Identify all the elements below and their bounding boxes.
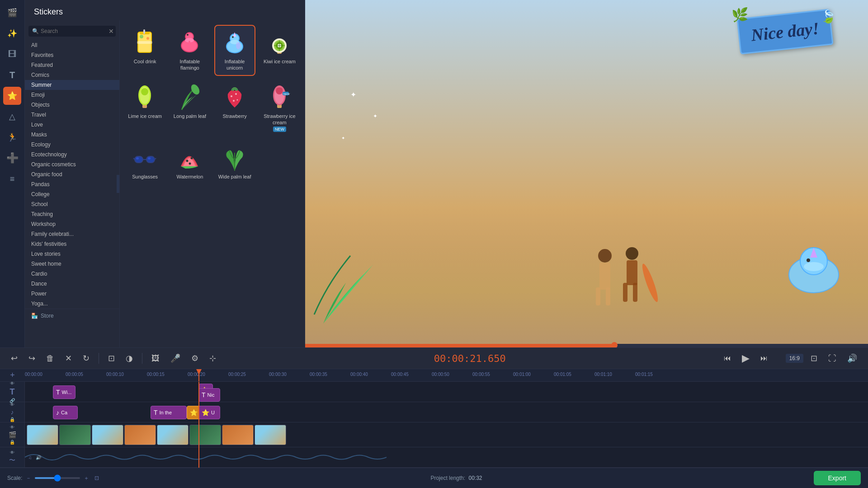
- clip-u-sticker[interactable]: ⭐ U: [198, 406, 220, 419]
- skip-back-button[interactable]: ⏮: [720, 352, 735, 364]
- scale-expand-icon[interactable]: ⊡: [94, 475, 99, 481]
- category-organic-food[interactable]: Organic food: [25, 169, 119, 179]
- video-thumb-1[interactable]: ★: [27, 425, 58, 445]
- category-masks[interactable]: Masks: [25, 130, 119, 140]
- sticker-strawberry[interactable]: Strawberry: [214, 80, 255, 137]
- video-thumb-5[interactable]: ★: [157, 425, 189, 445]
- eye-icon-video[interactable]: 👁: [10, 425, 14, 430]
- category-dance[interactable]: Dance: [25, 279, 119, 289]
- color-button[interactable]: ◑: [122, 352, 137, 365]
- sticker-wide-palm-leaf[interactable]: Wide palm leaf: [214, 140, 255, 184]
- progress-handle[interactable]: [611, 342, 618, 347]
- fullscreen-enter-button[interactable]: ⊡: [807, 352, 821, 365]
- category-sweet-home[interactable]: Sweet home: [25, 259, 119, 269]
- category-love-stories[interactable]: Love stories: [25, 249, 119, 259]
- crop-button[interactable]: ⊡: [104, 352, 118, 365]
- category-cardio[interactable]: Cardio: [25, 269, 119, 279]
- category-travel[interactable]: Travel: [25, 110, 119, 120]
- clip-in-the[interactable]: T In the: [151, 406, 187, 419]
- category-comics[interactable]: Comics: [25, 70, 119, 80]
- wave-track-icon: 〜: [9, 456, 15, 465]
- search-input[interactable]: [41, 28, 108, 34]
- category-objects[interactable]: Objects: [25, 100, 119, 110]
- category-organic-cosmetics[interactable]: Organic cosmetics: [25, 160, 119, 169]
- category-college[interactable]: College: [25, 189, 119, 199]
- video-thumb-7[interactable]: ★: [222, 425, 254, 445]
- volume-button[interactable]: 🔊: [844, 352, 861, 365]
- track-labels: 👁 T 🔗 👁 ♪ 🔒 👁 🎬 🔒 👁 〜: [0, 382, 25, 468]
- scale-plus-icon[interactable]: ＋: [84, 474, 89, 482]
- clip-win-text[interactable]: T Wi...: [53, 385, 75, 399]
- video-thumb-3[interactable]: ★: [92, 425, 123, 445]
- play-pause-button[interactable]: ▶: [738, 351, 753, 366]
- video-thumb-2[interactable]: ★: [59, 425, 91, 445]
- rotate-button[interactable]: ↻: [79, 352, 93, 365]
- cancel-button[interactable]: ✕: [61, 352, 75, 365]
- playhead[interactable]: [198, 369, 199, 381]
- search-bar[interactable]: 🔍 ✕: [28, 26, 116, 37]
- sticker-watermelon[interactable]: Watermelon: [169, 140, 210, 184]
- eye-icon-wave[interactable]: 👁: [10, 450, 14, 455]
- category-kids[interactable]: Kids' festivities: [25, 239, 119, 249]
- category-school[interactable]: School: [25, 199, 119, 209]
- toolbar-btn-effects[interactable]: ✨: [3, 24, 21, 42]
- sticker-long-palm-leaf[interactable]: Long palm leaf: [169, 80, 210, 137]
- category-ecotechnology[interactable]: Ecotechnology: [25, 150, 119, 160]
- sticker-inflatable-unicorn[interactable]: Inflatable unicorn: [214, 25, 255, 76]
- eye-icon-audio[interactable]: 👁: [10, 402, 14, 407]
- video-thumb-6[interactable]: ★: [189, 425, 221, 445]
- toolbar-btn-text[interactable]: T: [3, 66, 21, 84]
- video-thumb-4[interactable]: ★: [124, 425, 156, 445]
- clip-nic-text[interactable]: T Nic: [198, 388, 220, 402]
- category-all[interactable]: All: [25, 40, 119, 50]
- close-icon[interactable]: ✕: [108, 28, 114, 35]
- sticker-inflatable-flamingo[interactable]: Inflatable flamingo: [169, 25, 210, 76]
- toolbar-btn-audio[interactable]: ≡: [3, 170, 21, 188]
- settings-button[interactable]: ⚙: [188, 352, 202, 365]
- category-pandas[interactable]: Pandas: [25, 179, 119, 189]
- category-teaching[interactable]: Teaching: [25, 209, 119, 219]
- fullscreen-button[interactable]: ⛶: [825, 352, 840, 365]
- category-family[interactable]: Family celebrati...: [25, 229, 119, 239]
- toolbar-btn-shapes[interactable]: △: [3, 108, 21, 126]
- toolbar-btn-transitions[interactable]: 🏃: [3, 128, 21, 146]
- add-track-button[interactable]: +: [0, 371, 25, 380]
- toolbar-btn-timeline[interactable]: 🎞: [3, 45, 21, 63]
- redo-button[interactable]: ↪: [25, 352, 39, 365]
- category-emoji[interactable]: Emoji: [25, 90, 119, 100]
- timeline-ruler: + 00:00:00 00:00:05 00:00:10 00:00:15 00…: [0, 369, 868, 382]
- category-summer[interactable]: Summer: [25, 80, 119, 90]
- audio-record-button[interactable]: 🎤: [167, 352, 184, 365]
- sticker-cool-drink[interactable]: Cool drink: [124, 25, 165, 76]
- sticker-strawberry-ice-cream[interactable]: NEW Strawberry ice cream NEW: [259, 80, 300, 137]
- scale-slider[interactable]: [35, 477, 80, 479]
- undo-button[interactable]: ↩: [7, 352, 21, 365]
- scale-minus-icon[interactable]: －: [26, 474, 31, 482]
- export-button[interactable]: Export: [814, 471, 861, 485]
- skip-forward-button[interactable]: ⏭: [757, 352, 771, 364]
- category-love[interactable]: Love: [25, 120, 119, 130]
- image-button[interactable]: 🖼: [148, 352, 163, 365]
- video-progress-bar[interactable]: [305, 344, 868, 347]
- category-ecology[interactable]: Ecology: [25, 140, 119, 150]
- video-thumb-8[interactable]: ★: [255, 425, 286, 445]
- more-button[interactable]: ⊹: [206, 352, 220, 365]
- category-workshop[interactable]: Workshop: [25, 219, 119, 229]
- category-power[interactable]: Power: [25, 289, 119, 299]
- delete-button[interactable]: 🗑: [42, 352, 58, 365]
- store-button[interactable]: 🏪 Store: [25, 309, 119, 323]
- toolbar-btn-media[interactable]: 🎬: [3, 4, 21, 22]
- sticker-sunglasses[interactable]: Sunglasses: [124, 140, 165, 184]
- eye-icon-text[interactable]: 👁: [10, 382, 14, 386]
- left-toolbar: 🎬 ✨ 🎞 T ⭐ △ 🏃 ➕ ≡: [0, 0, 25, 347]
- sticker-lime-ice-cream[interactable]: Lime ice cream: [124, 80, 165, 137]
- category-yoga[interactable]: Yoga...: [25, 299, 119, 309]
- clip-ca[interactable]: ♪ Ca: [53, 406, 78, 419]
- toolbar-btn-stickers[interactable]: ⭐: [3, 87, 21, 105]
- category-featured[interactable]: Featured: [25, 60, 119, 70]
- category-favorites[interactable]: Favorites: [25, 50, 119, 60]
- sticker-kiwi-ice-cream[interactable]: Kiwi ice cream: [259, 25, 300, 76]
- thumb-img-3: [92, 425, 123, 445]
- collapse-panel-button[interactable]: ‹: [117, 175, 120, 193]
- toolbar-btn-overlay[interactable]: ➕: [3, 149, 21, 167]
